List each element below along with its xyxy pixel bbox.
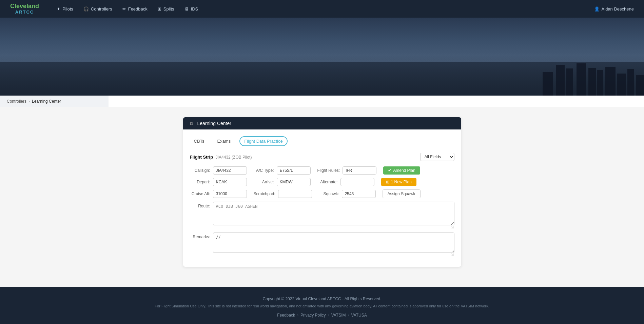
tabs-container: CBTs Exams Flight Data Practice — [190, 136, 454, 146]
new-plan-label: 1 New Plan — [391, 180, 412, 184]
remarks-row: Remarks: // ⇲ — [190, 232, 454, 257]
new-plan-icon: ⊞ — [386, 180, 389, 184]
remarks-textarea[interactable]: // — [213, 232, 454, 253]
cruise-alt-label: Cruise Alt: — [190, 191, 210, 196]
amend-plan-button[interactable]: ✔ Amend Plan — [383, 166, 420, 175]
squawk-input[interactable] — [342, 190, 376, 198]
nav-controllers-label: Controllers — [91, 6, 112, 12]
assign-squawk-button[interactable]: Assign Squawk — [383, 189, 421, 198]
ids-icon: 🖥 — [184, 6, 189, 12]
footer-sep-3: › — [348, 313, 349, 318]
scratchpad-input[interactable] — [278, 190, 312, 198]
brand-artcc: ARTCC — [10, 10, 39, 15]
nav-feedback[interactable]: ✏ Feedback — [118, 4, 152, 14]
amend-plan-label: Amend Plan — [393, 168, 415, 173]
svg-rect-2 — [556, 65, 565, 96]
flight-rules-label: Flight Rules: — [317, 168, 340, 173]
svg-rect-3 — [566, 68, 573, 96]
remarks-label: Remarks: — [190, 235, 210, 239]
ac-type-input[interactable] — [277, 166, 311, 175]
breadcrumb: Controllers › Learning Center — [0, 96, 109, 107]
form-row-1: Callsign: A/C Type: Flight Rules: ✔ Amen… — [190, 166, 454, 175]
footer-link-privacy[interactable]: Privacy Policy — [300, 313, 326, 318]
feedback-icon: ✏ — [122, 6, 126, 12]
amend-check-icon: ✔ — [388, 168, 391, 173]
svg-rect-1 — [543, 72, 553, 96]
tab-exams[interactable]: Exams — [213, 137, 235, 145]
arrive-label: Arrive: — [254, 180, 274, 184]
svg-rect-9 — [627, 69, 634, 96]
nav-splits-label: Splits — [163, 6, 174, 12]
flight-strip-subtitle: JIA4432 (ZOB Pilot) — [216, 155, 252, 160]
squawk-label: Squawk: — [319, 191, 339, 196]
nav-feedback-label: Feedback — [128, 6, 148, 12]
depart-group: Depart: — [190, 178, 247, 186]
nav-ids-label: IDS — [191, 6, 198, 12]
hero-banner — [0, 18, 644, 96]
alternate-group: Alternate: — [317, 178, 374, 186]
route-resize-indicator: ⇲ — [213, 225, 454, 229]
breadcrumb-learning-center: Learning Center — [32, 99, 61, 104]
depart-label: Depart: — [190, 180, 210, 184]
route-row: Route: ACO DJB J60 ASHEN ⇲ — [190, 202, 454, 229]
squawk-group: Squawk: — [319, 190, 376, 198]
tab-flight-data-practice[interactable]: Flight Data Practice — [239, 136, 287, 146]
callsign-group: Callsign: — [190, 166, 247, 175]
alternate-input[interactable] — [340, 178, 374, 186]
cruise-alt-group: Cruise Alt: — [190, 190, 247, 198]
brand-logo[interactable]: Cleveland ARTCC — [10, 3, 39, 15]
card-header-icon: 🖥 — [189, 121, 194, 126]
brand-cleveland: Cleveland — [10, 3, 39, 10]
breadcrumb-controllers[interactable]: Controllers — [7, 99, 26, 104]
footer-links: Feedback › Privacy Policy › VATSIM › VAT… — [7, 313, 637, 318]
card-header: 🖥 Learning Center — [183, 117, 461, 129]
svg-rect-8 — [617, 74, 626, 96]
arrive-group: Arrive: — [254, 178, 311, 186]
footer-copyright: Copyright © 2022 Virtual Cleveland ARTCC… — [7, 297, 637, 301]
all-fields-select[interactable]: All Fields — [420, 153, 454, 161]
svg-rect-5 — [588, 68, 596, 96]
footer-link-feedback[interactable]: Feedback — [277, 313, 295, 318]
breadcrumb-chevron: › — [28, 99, 30, 104]
main-content: 🖥 Learning Center CBTs Exams Flight Data… — [0, 107, 644, 287]
nav-user[interactable]: 👤 Aidan Deschene — [594, 6, 634, 12]
controllers-icon: 🎧 — [83, 6, 89, 12]
cruise-alt-input[interactable] — [213, 190, 247, 198]
flight-strip-title: Flight Strip JIA4432 (ZOB Pilot) — [190, 155, 252, 160]
arrive-input[interactable] — [277, 178, 311, 186]
scratchpad-group: Scratchpad: — [254, 190, 312, 198]
flight-rules-group: Flight Rules: — [317, 166, 377, 175]
footer-link-vatusa[interactable]: VATUSA — [351, 313, 367, 318]
card-body: CBTs Exams Flight Data Practice Flight S… — [183, 129, 461, 267]
nav-links: ✈ Pilots 🎧 Controllers ✏ Feedback ⊞ Spli… — [53, 4, 594, 14]
splits-icon: ⊞ — [158, 6, 161, 12]
depart-input[interactable] — [213, 178, 247, 186]
svg-rect-4 — [577, 63, 586, 96]
callsign-input[interactable] — [213, 166, 247, 175]
nav-controllers[interactable]: 🎧 Controllers — [79, 4, 116, 14]
nav-pilots-label: Pilots — [62, 6, 73, 12]
route-label: Route: — [190, 204, 210, 208]
footer-sep-2: › — [328, 313, 329, 318]
nav-ids[interactable]: 🖥 IDS — [180, 4, 202, 14]
new-plan-button[interactable]: ⊞ 1 New Plan — [381, 178, 416, 186]
route-textarea[interactable]: ACO DJB J60 ASHEN — [213, 202, 454, 225]
learning-center-card: 🖥 Learning Center CBTs Exams Flight Data… — [183, 117, 461, 267]
flight-rules-input[interactable] — [343, 166, 376, 175]
flight-strip-header: Flight Strip JIA4432 (ZOB Pilot) All Fie… — [190, 153, 454, 161]
tab-cbts[interactable]: CBTs — [190, 137, 209, 145]
nav-pilots[interactable]: ✈ Pilots — [53, 4, 77, 14]
navbar: Cleveland ARTCC ✈ Pilots 🎧 Controllers ✏… — [0, 0, 644, 18]
svg-rect-10 — [636, 75, 644, 96]
city-silhouette — [0, 62, 644, 96]
form-row-2: Depart: Arrive: Alternate: ⊞ 1 New Plan — [190, 178, 454, 186]
remarks-resize-indicator: ⇲ — [213, 253, 454, 257]
form-row-3: Cruise Alt: Scratchpad: Squawk: Assign S… — [190, 189, 454, 198]
user-name: Aidan Deschene — [602, 6, 634, 12]
card-header-title: Learning Center — [197, 121, 231, 126]
scratchpad-label: Scratchpad: — [254, 191, 275, 196]
callsign-label: Callsign: — [190, 168, 210, 173]
nav-splits[interactable]: ⊞ Splits — [154, 4, 178, 14]
pilots-icon: ✈ — [57, 6, 60, 12]
footer-link-vatsim[interactable]: VATSIM — [331, 313, 346, 318]
